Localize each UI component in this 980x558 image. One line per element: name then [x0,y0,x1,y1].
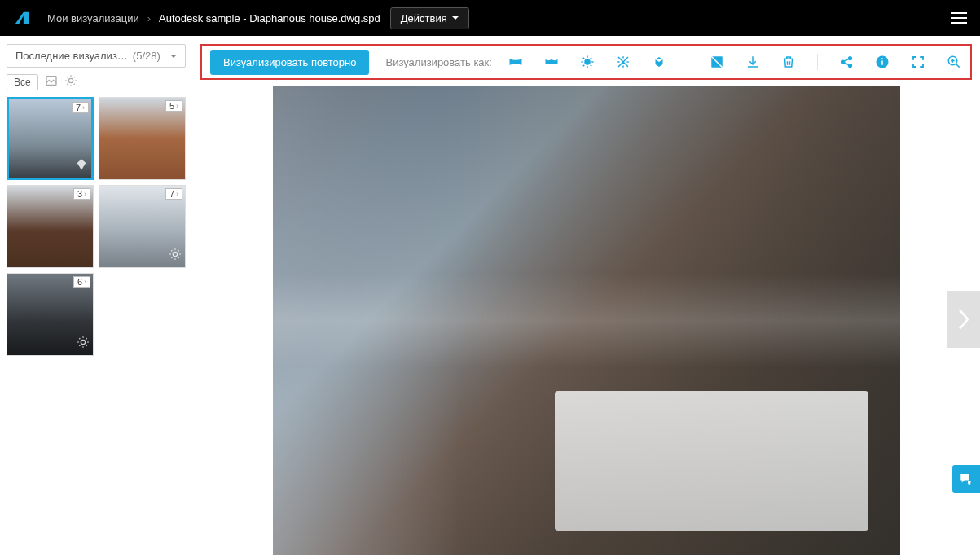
render-toolbar: Визуализировать повторно Визуализировать… [200,44,972,80]
actions-label: Действия [401,12,447,24]
svg-point-11 [881,58,883,59]
panorama-icon[interactable] [508,55,523,69]
svg-point-3 [81,340,85,344]
filter-dropdown[interactable]: Последние визуализ… (5/28) [7,44,186,68]
breadcrumb-separator: › [147,12,151,24]
filter-all-button[interactable]: Все [7,74,38,90]
illuminance-icon[interactable] [616,55,631,69]
diamond-icon [75,158,88,174]
svg-point-2 [173,252,177,256]
toolbar-icons [508,54,962,70]
feedback-button[interactable] [952,465,980,493]
thumbnail-badge: 6› [73,276,90,288]
toolbar-separator [688,54,688,70]
autodesk-logo[interactable] [13,9,31,27]
thumbnail-badge: 7› [72,102,89,113]
filter-icon-row: Все [7,74,186,90]
caret-down-icon [170,55,177,58]
actions-dropdown[interactable]: Действия [390,7,469,29]
breadcrumb: Мои визуализации › Autodesk sample - Dia… [47,12,380,24]
download-icon[interactable] [745,55,760,69]
render-preview[interactable] [273,86,900,555]
render-as-label: Визуализировать как: [385,56,491,68]
sidebar: Последние визуализ… (5/28) Все 7› [0,36,192,558]
viewer-area [192,80,980,558]
stereo-panorama-icon[interactable] [544,55,559,69]
toolbar-separator [817,54,818,70]
sun-icon [169,248,182,264]
thumbnail-5[interactable]: 6› [7,273,94,356]
fullscreen-icon[interactable] [911,55,925,69]
sun-icon[interactable] [580,55,595,69]
rerender-button[interactable]: Визуализировать повторно [210,50,369,75]
sun-filter-icon[interactable] [64,74,77,90]
sun-icon [77,336,90,352]
caret-down-icon [452,16,459,20]
turntable-icon[interactable] [652,55,666,69]
filter-count: (5/28) [133,50,160,62]
exposure-icon[interactable] [710,55,724,69]
delete-icon[interactable] [781,55,796,69]
thumbnail-badge: 7› [165,188,182,200]
svg-point-1 [68,78,73,82]
thumbnail-badge: 5› [165,100,182,112]
svg-rect-10 [881,61,883,65]
breadcrumb-current: Autodesk sample - Diaphanous house.dwg.s… [159,12,380,24]
breadcrumb-root-link[interactable]: Мои визуализации [47,12,139,24]
info-icon[interactable] [875,55,890,69]
thumbnail-2[interactable]: 5› [99,97,186,180]
filter-label: Последние визуализ… [15,50,128,62]
image-filter-icon[interactable] [45,74,58,90]
thumbnail-3[interactable]: 3› [7,185,94,268]
thumbnail-4[interactable]: 7› [99,185,186,268]
zoom-in-icon[interactable] [947,55,961,69]
thumbnail-badge: 3› [73,188,90,200]
content-area: Визуализировать повторно Визуализировать… [192,36,980,558]
thumbnails-grid: 7› 5› 3› 7› [7,97,186,356]
hamburger-menu-button[interactable] [951,12,967,24]
main-area: Последние визуализ… (5/28) Все 7› [0,36,980,558]
svg-point-4 [585,59,590,64]
app-header: Мои визуализации › Autodesk sample - Dia… [0,0,980,36]
share-icon[interactable] [839,55,854,69]
thumbnail-1[interactable]: 7› [7,97,94,180]
next-arrow-button[interactable] [947,291,980,348]
